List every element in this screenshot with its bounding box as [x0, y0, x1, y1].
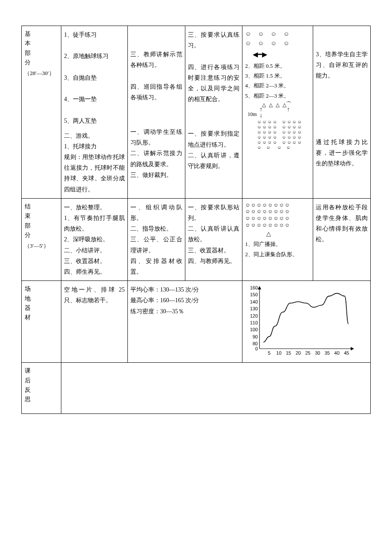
end-faces-grid: ☺☺☺☺☺☺☺☺ ☺☺☺☺☺☺☺☺ ☺☺☺☺☺☺☺☺ ☺☺☺☺☺☺☺☺: [245, 202, 310, 228]
svg-text:30: 30: [315, 350, 320, 356]
basic-col2-b: 二、游戏。 1、托球接力 规则：用垫球动作托球往返接力，托球时不能持球、夹球。全…: [64, 130, 125, 195]
end-col3: 一、组织调动队形。 二、指导放松。 三、公平、公正合理讲评。 四、安排器材收置。: [127, 198, 185, 280]
svg-text:45: 45: [344, 350, 349, 356]
basic-col3-a: 三、教师讲解示范各种练习。 四、巡回指导各组各项练习。: [130, 49, 182, 103]
end-col4: 一、按要求队形站列。 二、认真听讲认真放松。 三、收置器材。 四、与教师再见。: [185, 198, 242, 280]
section-end-time: （3′—5′）: [24, 243, 49, 249]
svg-text:40: 40: [334, 350, 340, 356]
end-col5: ☺☺☺☺☺☺☺☺ ☺☺☺☺☺☺☺☺ ☺☺☺☺☺☺☺☺ ☺☺☺☺☺☺☺☺ △ 1、…: [242, 198, 313, 280]
svg-text:15: 15: [286, 350, 291, 356]
section-reflection: 课后反思: [22, 363, 61, 414]
section-reflection-label: 课后反思: [24, 366, 32, 405]
section-end: 结束部分 （3′—5′）: [22, 198, 61, 280]
svg-text:130: 130: [250, 306, 258, 311]
svg-marker-3: [351, 347, 354, 350]
students-grid: ☺☺☺☺ ☺☺☺☺ ☺☺☺☺ ☺☺☺☺ ☺☺☺☺ ☺☺☺☺ ☺☺☺☺ ☺☺☺☺ …: [257, 119, 303, 150]
equip-col3: 平均心率：130—135 次/分 最高心率：160—165 次/分 练习密度：3…: [127, 281, 242, 363]
svg-marker-1: [258, 286, 261, 289]
svg-text:120: 120: [250, 313, 258, 318]
svg-text:35: 35: [325, 350, 330, 356]
svg-text:160: 160: [250, 285, 258, 290]
end-col2: 一、放松整理。 1、有节奏拍打手腿肌肉放松。 2、深呼吸放松。 二、小结讲评。 …: [61, 198, 128, 280]
relay-diagram: △ △ △ △ ⌒ 10m ↑↓ ↑ ☺☺☺☺ ☺☺☺☺ ☺☺☺☺ ☺☺☺☺ ☺…: [245, 101, 310, 169]
basic-col6: 3、培养学生自主学习、自评和互评的能力。 通过托球接力比赛，进一步强化学生的垫球…: [313, 26, 371, 199]
section-basic: 基本部分 （28′—30′）: [22, 26, 61, 199]
basic-col6-b: 通过托球接力比赛，进一步强化学生的垫球动作。: [316, 137, 368, 169]
svg-text:0: 0: [255, 346, 258, 351]
svg-text:20: 20: [296, 350, 301, 356]
basic-col4-a: 三、按要求认真练习。 四、进行各项练习时要注意练习的安全，以及同学之间的相互配合…: [188, 29, 240, 104]
row-reflection: 课后反思: [22, 363, 371, 414]
basic-col4-b: 一、按要求到指定地点进行练习。 二、认真听讲，遵守比赛规则。: [188, 128, 240, 171]
section-equipment: 场地器材: [22, 281, 61, 363]
section-equipment-label: 场地器材: [24, 284, 32, 323]
heart-rate-chart-cell: 0809010011012013014015016051015202530354…: [242, 281, 371, 363]
svg-text:90: 90: [253, 334, 258, 339]
reflection-content: [61, 363, 371, 414]
section-basic-time: （28′—30′）: [24, 70, 55, 76]
end-col6: 运用各种放松手段使学生身体、肌肉和心情得到有效放松。: [313, 198, 371, 280]
svg-text:140: 140: [250, 299, 258, 304]
basic-col3: 三、教师讲解示范各种练习。 四、巡回指导各组各项练习。 一、调动学生至练习队形。…: [127, 26, 185, 199]
heart-rate-chart: 0809010011012013014015016051015202530354…: [245, 284, 356, 359]
equip-col2: 空地一片、排球 25只、标志物若干。: [61, 281, 128, 363]
basic-col6-a: 3、培养学生自主学习、自评和互评的能力。: [316, 49, 368, 81]
arrow-up-icon: ↑: [287, 107, 290, 113]
distance-label: 10m: [248, 110, 257, 119]
row-equipment: 场地器材 空地一片、排球 25只、标志物若干。 平均心率：130—135 次/分…: [22, 281, 371, 363]
svg-text:80: 80: [253, 341, 258, 346]
svg-text:110: 110: [250, 320, 258, 325]
section-basic-label: 基本部分: [24, 29, 32, 68]
basic-col3-b: 一、调动学生至练习队形。 二、讲解示范接力的路线及要求。 三、做好裁判。: [130, 127, 182, 180]
svg-text:10: 10: [277, 350, 282, 356]
lesson-plan-table: 基本部分 （28′—30′） 1、徒手练习 2、原地触球练习 3、自抛自垫 4、…: [21, 26, 371, 414]
basic-col2-a: 1、徒手练习 2、原地触球练习 3、自抛自垫 4、一抛一垫 5、两人互垫: [64, 29, 125, 126]
basic-col2: 1、徒手练习 2、原地触球练习 3、自抛自垫 4、一抛一垫 5、两人互垫 二、游…: [61, 26, 128, 199]
basic-col4: 三、按要求认真练习。 四、进行各项练习时要注意练习的安全，以及同学之间的相互配合…: [185, 26, 242, 199]
section-end-label: 结束部分: [24, 202, 32, 240]
spacing-notes: 2、相距 0.5 米。 3、相距 1.5 米。 4、相距 2—3 米。 5、相距…: [245, 61, 310, 101]
teacher-triangle-icon: △: [245, 228, 310, 239]
row-end: 结束部分 （3′—5′） 一、放松整理。 1、有节奏拍打手腿肌肉放松。 2、深呼…: [22, 198, 371, 280]
row-basic: 基本部分 （28′—30′） 1、徒手练习 2、原地触球练习 3、自抛自垫 4、…: [22, 26, 371, 199]
svg-text:5: 5: [268, 350, 271, 356]
svg-text:150: 150: [250, 292, 258, 298]
faces-row-1: ☺ ☺ ☺ ☺: [245, 29, 310, 39]
svg-text:25: 25: [306, 350, 311, 356]
arrow-left-right-icon: ◀━▶: [245, 49, 310, 61]
faces-row-2: ☺ ☺ ☺ ☺: [245, 39, 310, 48]
end-notes: 1、同广播操。 2、同上课集合队形。: [245, 239, 310, 259]
svg-text:100: 100: [250, 327, 258, 332]
triangle-markers: △ △ △ △: [262, 101, 287, 110]
arrow-updown-icon: ↑↓: [259, 107, 262, 119]
basic-col5: ☺ ☺ ☺ ☺ ☺ ☺ ☺ ☺ ◀━▶ 2、相距 0.5 米。 3、相距 1.5…: [242, 26, 313, 199]
